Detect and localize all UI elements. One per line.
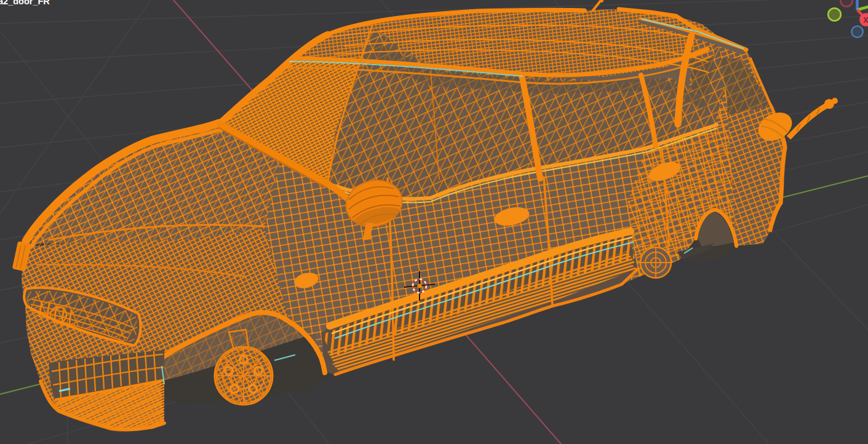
svg-text:X: X (863, 16, 868, 25)
svg-text:a2_door_FR: a2_door_FR (0, 0, 50, 6)
